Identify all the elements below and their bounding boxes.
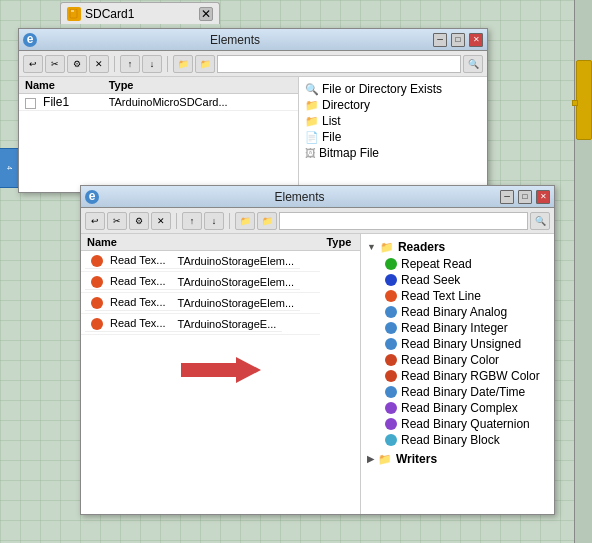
read-binary-integer-icon xyxy=(385,322,397,334)
col-type-2: Type xyxy=(320,234,360,251)
tb2-btn4[interactable]: ✕ xyxy=(151,212,171,230)
tb1-folder2[interactable]: 📁 xyxy=(195,55,215,73)
tb1-btn6[interactable]: ↓ xyxy=(142,55,162,73)
writers-section-header[interactable]: ▶ 📁 Writers xyxy=(361,450,554,468)
tree-item-label: Bitmap File xyxy=(319,146,379,160)
tb1-btn5[interactable]: ↑ xyxy=(120,55,140,73)
right-pane-2: ▼ 📁 Readers Repeat Read Read Seek Read T… xyxy=(361,234,554,514)
table-row[interactable]: File1 TArduinoMicroSDCard... xyxy=(19,94,298,111)
sub-item-read-binary-integer[interactable]: Read Binary Integer xyxy=(361,320,554,336)
search-input-2[interactable] xyxy=(279,212,528,230)
sdcard-tab-label: SDCard1 xyxy=(85,7,134,21)
right-rail xyxy=(574,0,592,543)
sub-item-read-binary-datetime[interactable]: Read Binary Date/Time xyxy=(361,384,554,400)
table-row[interactable]: Read Tex... TArduinoStorageElem... xyxy=(81,251,320,272)
window1-close[interactable]: ✕ xyxy=(469,33,483,47)
tb1-sep2 xyxy=(167,56,168,72)
sdcard-tab[interactable]: SDCard1 ✕ xyxy=(60,2,220,24)
right-pane-1: 🔍 File or Directory Exists 📁 Directory 📁… xyxy=(299,77,487,192)
window2-minimize[interactable]: ─ xyxy=(500,190,514,204)
table-row[interactable]: Read Tex... TArduinoStorageE... xyxy=(81,314,320,335)
sdcard-tab-close[interactable]: ✕ xyxy=(199,7,213,21)
title-icon-1: e xyxy=(23,33,37,47)
read-binary-complex-label: Read Binary Complex xyxy=(401,401,518,415)
read-text-line-label: Read Text Line xyxy=(401,289,481,303)
tb1-search-btn[interactable]: 🔍 xyxy=(463,55,483,73)
tb2-btn6[interactable]: ↓ xyxy=(204,212,224,230)
read-seek-icon xyxy=(385,274,397,286)
tree-item-file[interactable]: 📄 File xyxy=(299,129,487,145)
toolbar-1: ↩ ✂ ⚙ ✕ ↑ ↓ 📁 📁 🔍 xyxy=(19,51,487,77)
elem-row4-type: TArduinoStorageE... xyxy=(172,317,283,332)
tb1-folder[interactable]: 📁 xyxy=(173,55,193,73)
elem-row4-icon xyxy=(91,318,103,330)
read-binary-color-label: Read Binary Color xyxy=(401,353,499,367)
window1-title: Elements xyxy=(41,33,429,47)
tb1-btn3[interactable]: ⚙ xyxy=(67,55,87,73)
read-text-line-icon xyxy=(385,290,397,302)
tb1-btn1[interactable]: ↩ xyxy=(23,55,43,73)
svg-rect-1 xyxy=(71,10,74,12)
tb2-folder2[interactable]: 📁 xyxy=(257,212,277,230)
read-binary-datetime-icon xyxy=(385,386,397,398)
read-binary-analog-label: Read Binary Analog xyxy=(401,305,507,319)
search-input-1[interactable] xyxy=(217,55,461,73)
tb1-btn4[interactable]: ✕ xyxy=(89,55,109,73)
tb2-btn3[interactable]: ⚙ xyxy=(129,212,149,230)
col-name-1: Name xyxy=(19,77,103,94)
row1-type: TArduinoMicroSDCard... xyxy=(103,94,298,111)
read-seek-label: Read Seek xyxy=(401,273,460,287)
tb2-btn2[interactable]: ✂ xyxy=(107,212,127,230)
sub-item-read-binary-complex[interactable]: Read Binary Complex xyxy=(361,400,554,416)
sub-item-read-text-line[interactable]: Read Text Line xyxy=(361,288,554,304)
elements-table-1: Name Type File1 TArduinoMicroSDCard... xyxy=(19,77,298,111)
connector-block xyxy=(576,60,592,140)
writers-folder-icon: 📁 xyxy=(378,453,392,466)
left-pane-1: Name Type File1 TArduinoMicroSDCard... xyxy=(19,77,299,192)
sdcard-block-label: 4 xyxy=(6,166,13,170)
read-binary-unsigned-label: Read Binary Unsigned xyxy=(401,337,521,351)
sub-item-repeat-read[interactable]: Repeat Read xyxy=(361,256,554,272)
titlebar-1: e Elements ─ □ ✕ xyxy=(19,29,487,51)
elem-row2-icon xyxy=(91,276,103,288)
sub-item-read-binary-color[interactable]: Read Binary Color xyxy=(361,352,554,368)
tb1-sep1 xyxy=(114,56,115,72)
tree-item-directory[interactable]: 📁 Directory xyxy=(299,97,487,113)
readers-section-header[interactable]: ▼ 📁 Readers xyxy=(361,238,554,256)
tb2-btn1[interactable]: ↩ xyxy=(85,212,105,230)
read-binary-rgbw-icon xyxy=(385,370,397,382)
table-row[interactable]: Read Tex... TArduinoStorageElem... xyxy=(81,293,320,314)
table-row[interactable]: Read Tex... TArduinoStorageElem... xyxy=(81,272,320,293)
tree-item-list[interactable]: 📁 List xyxy=(299,113,487,129)
tree-item-label: File or Directory Exists xyxy=(322,82,442,96)
repeat-read-icon xyxy=(385,258,397,270)
sub-item-read-binary-analog[interactable]: Read Binary Analog xyxy=(361,304,554,320)
elem-row1-icon xyxy=(91,255,103,267)
readers-tree: ▼ 📁 Readers Repeat Read Read Seek Read T… xyxy=(361,234,554,472)
sub-item-read-binary-unsigned[interactable]: Read Binary Unsigned xyxy=(361,336,554,352)
read-binary-quaternion-label: Read Binary Quaternion xyxy=(401,417,530,431)
sub-item-read-binary-rgbw[interactable]: Read Binary RGBW Color xyxy=(361,368,554,384)
sub-item-read-binary-block[interactable]: Read Binary Block xyxy=(361,432,554,448)
tb2-btn5[interactable]: ↑ xyxy=(182,212,202,230)
sub-item-read-binary-quaternion[interactable]: Read Binary Quaternion xyxy=(361,416,554,432)
tree-item-file-dir-exists[interactable]: 🔍 File or Directory Exists xyxy=(299,81,487,97)
window-elements-2: e Elements ─ □ ✕ ↩ ✂ ⚙ ✕ ↑ ↓ 📁 📁 🔍 Name … xyxy=(80,185,555,515)
tb1-btn2[interactable]: ✂ xyxy=(45,55,65,73)
row1-name: File1 xyxy=(19,94,103,111)
sub-item-read-seek[interactable]: Read Seek xyxy=(361,272,554,288)
window2-restore[interactable]: □ xyxy=(518,190,532,204)
readers-folder-icon: 📁 xyxy=(380,241,394,254)
directory-icon: 📁 xyxy=(305,99,319,112)
window2-close[interactable]: ✕ xyxy=(536,190,550,204)
tree-item-bitmap[interactable]: 🖼 Bitmap File xyxy=(299,145,487,161)
window1-restore[interactable]: □ xyxy=(451,33,465,47)
window-elements-1: e Elements ─ □ ✕ ↩ ✂ ⚙ ✕ ↑ ↓ 📁 📁 🔍 Name … xyxy=(18,28,488,193)
sdcard-left-block: 4 xyxy=(0,148,20,188)
window1-minimize[interactable]: ─ xyxy=(433,33,447,47)
list-icon: 📁 xyxy=(305,115,319,128)
tb2-search-btn[interactable]: 🔍 xyxy=(530,212,550,230)
tb2-folder[interactable]: 📁 xyxy=(235,212,255,230)
tree-list-1: 🔍 File or Directory Exists 📁 Directory 📁… xyxy=(299,77,487,165)
tree-item-label: File xyxy=(322,130,341,144)
